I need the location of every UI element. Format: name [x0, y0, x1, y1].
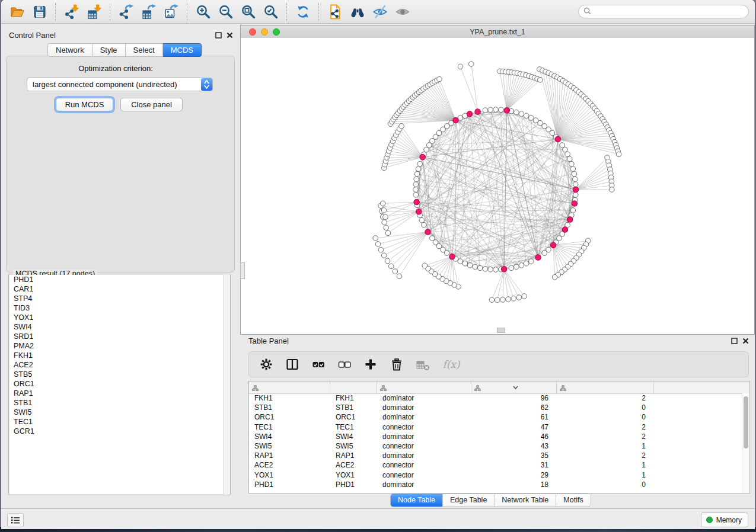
column-header-MCDS-role[interactable]: [377, 382, 471, 393]
graph-node[interactable]: [473, 264, 478, 270]
cell-name[interactable]: YOX1: [330, 470, 377, 480]
graph-leaf-node[interactable]: [616, 152, 621, 157]
graph-leaf-node[interactable]: [373, 236, 378, 241]
graph-node[interactable]: [493, 267, 499, 273]
cell-MCDS-role[interactable]: dominator: [377, 432, 471, 441]
cell-predecessor-nodes[interactable]: 1: [557, 441, 654, 451]
graph-leaf-node[interactable]: [378, 247, 384, 252]
cell-name[interactable]: PHD1: [330, 480, 377, 489]
cell-shared-name[interactable]: SWI4: [249, 432, 330, 441]
graph-node[interactable]: [499, 107, 504, 113]
graph-leaf-node[interactable]: [383, 214, 388, 220]
table-row[interactable]: FKH1FKH1dominator962: [249, 393, 742, 403]
zoom-out-icon[interactable]: [215, 2, 237, 22]
result-node-item[interactable]: ORC1: [9, 379, 229, 389]
graph-node[interactable]: [416, 166, 421, 172]
graph-node[interactable]: [458, 259, 463, 264]
network-graph-canvas[interactable]: [241, 38, 754, 334]
graph-leaf-node[interactable]: [522, 294, 527, 299]
result-node-item[interactable]: TID3: [9, 303, 229, 313]
cell-MCDS-role[interactable]: dominator: [377, 412, 471, 422]
graph-leaf-node[interactable]: [538, 77, 543, 82]
tab-edge-table[interactable]: Edge Table: [442, 494, 494, 507]
cell-MCDS-role[interactable]: connector: [377, 441, 471, 451]
cell-shared-name[interactable]: TEC1: [249, 422, 330, 432]
result-node-item[interactable]: PMA2: [9, 341, 229, 351]
add-row-icon[interactable]: [363, 357, 378, 372]
cell-successor-nodes[interactable]: 46: [471, 432, 557, 441]
cell-shared-name[interactable]: YOX1: [249, 470, 330, 480]
graph-hub-node[interactable]: [475, 109, 480, 114]
export-network-icon[interactable]: [115, 2, 138, 22]
graph-node[interactable]: [419, 217, 425, 223]
graph-node[interactable]: [567, 156, 572, 162]
tab-node-table[interactable]: Node Table: [391, 494, 442, 507]
import-table-icon[interactable]: [83, 2, 106, 22]
cell-predecessor-nodes[interactable]: 0: [557, 403, 654, 412]
graph-leaf-node[interactable]: [495, 297, 500, 303]
cell-successor-nodes[interactable]: 31: [471, 460, 557, 470]
search-field[interactable]: [578, 5, 749, 18]
tab-network-table[interactable]: Network Table: [494, 494, 556, 507]
cell-predecessor-nodes[interactable]: 0: [557, 412, 654, 422]
float-table-panel-icon[interactable]: [731, 338, 738, 344]
graph-hub-node[interactable]: [414, 199, 419, 204]
tab-network[interactable]: Network: [47, 43, 92, 57]
graph-node[interactable]: [573, 182, 578, 187]
result-node-item[interactable]: YOX1: [9, 313, 229, 322]
table-row[interactable]: ACE2ACE2connector311: [249, 460, 742, 470]
cell-name[interactable]: RAP1: [330, 451, 377, 460]
search-input[interactable]: [591, 7, 744, 17]
cell-name[interactable]: FKH1: [330, 393, 377, 403]
cell-MCDS-role[interactable]: connector: [377, 460, 471, 470]
result-node-item[interactable]: TEC1: [9, 417, 229, 427]
cell-shared-name[interactable]: ORC1: [249, 412, 330, 422]
graph-node[interactable]: [524, 113, 529, 118]
graph-node[interactable]: [467, 263, 473, 268]
search-binoculars-icon[interactable]: [346, 2, 369, 22]
graph-node[interactable]: [493, 107, 499, 113]
table-row[interactable]: SWI4SWI4dominator462: [249, 432, 742, 441]
graph-node[interactable]: [528, 259, 534, 264]
cell-successor-nodes[interactable]: 96: [471, 393, 557, 403]
cell-shared-name[interactable]: FKH1: [249, 393, 330, 403]
graph-node[interactable]: [483, 267, 488, 272]
graph-node[interactable]: [519, 263, 524, 268]
cell-successor-nodes[interactable]: 35: [471, 451, 557, 460]
cell-MCDS-role[interactable]: dominator: [377, 403, 471, 412]
result-node-item[interactable]: ACE2: [9, 360, 229, 370]
graph-node[interactable]: [413, 182, 419, 187]
graph-node[interactable]: [560, 143, 565, 148]
graph-hub-node[interactable]: [416, 209, 422, 214]
run-mcds-button[interactable]: Run MCDS: [56, 98, 113, 111]
refresh-icon[interactable]: [292, 2, 314, 22]
cell-MCDS-role[interactable]: dominator: [377, 451, 471, 460]
cell-predecessor-nodes[interactable]: 1: [557, 470, 654, 480]
table-row[interactable]: SWI5SWI5connector431: [249, 441, 742, 451]
graph-node[interactable]: [422, 222, 427, 227]
cell-predecessor-nodes[interactable]: 2: [557, 451, 654, 460]
result-node-item[interactable]: SRD1: [9, 332, 229, 341]
column-header-successor-nodes[interactable]: [471, 382, 557, 393]
result-list-scrollbar[interactable]: [223, 274, 230, 495]
column-header-name[interactable]: [330, 382, 377, 393]
graph-leaf-node[interactable]: [468, 62, 474, 67]
graph-hub-node[interactable]: [453, 117, 458, 123]
cell-predecessor-nodes[interactable]: 1: [557, 460, 654, 470]
result-node-item[interactable]: GCR1: [9, 427, 229, 436]
table-row[interactable]: PHD1PHD1dominator180: [249, 480, 742, 489]
cell-name[interactable]: STB1: [330, 403, 377, 412]
result-node-item[interactable]: SWI4: [9, 322, 229, 332]
cell-name[interactable]: ACE2: [330, 460, 377, 470]
graph-node[interactable]: [569, 161, 575, 166]
graph-node[interactable]: [413, 187, 419, 193]
graph-node[interactable]: [413, 193, 419, 198]
hide-selected-icon[interactable]: [369, 2, 391, 22]
graph-leaf-node[interactable]: [380, 201, 385, 206]
tab-mcds[interactable]: MCDS: [163, 43, 202, 57]
graph-leaf-node[interactable]: [399, 124, 404, 129]
graph-node[interactable]: [414, 177, 419, 182]
graph-node[interactable]: [417, 161, 423, 166]
criterion-dropdown[interactable]: largest connected component (undirected): [27, 78, 213, 91]
cell-successor-nodes[interactable]: 29: [471, 470, 557, 480]
